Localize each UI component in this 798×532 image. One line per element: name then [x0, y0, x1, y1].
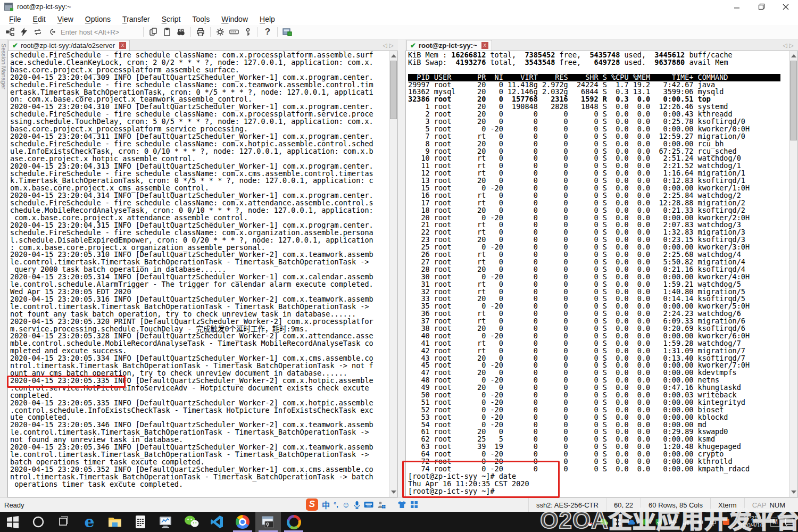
menu-script[interactable]: Script: [156, 15, 187, 23]
toolbar: ?: [0, 25, 798, 39]
pane-splitter[interactable]: [398, 39, 405, 497]
menu-file[interactable]: File: [3, 15, 27, 23]
security-shield-tray-icon[interactable]: [654, 518, 663, 527]
ime-punctuation-icon[interactable]: °,: [334, 501, 338, 509]
left-scrollbar[interactable]: [389, 51, 397, 497]
power-plug-tray-icon[interactable]: [668, 518, 677, 527]
scrollbar-thumb[interactable]: [790, 61, 797, 140]
chrome-icon[interactable]: [230, 512, 255, 532]
toolbar-separator: [190, 27, 191, 37]
paste-icon[interactable]: [160, 26, 174, 38]
menu-bar: FileEditViewOptionsTransferScriptToolsWi…: [0, 13, 798, 25]
onedrive-tray-icon[interactable]: [627, 518, 636, 527]
system-tray: 中 11:21 2020/4/16 M: [585, 512, 798, 532]
wechat-icon[interactable]: [179, 512, 204, 532]
close-tab-icon[interactable]: x: [119, 42, 126, 49]
menu-window[interactable]: Window: [215, 15, 254, 23]
xshell-taskbar-icon[interactable]: [255, 512, 281, 532]
top-terminal[interactable]: KiB Mem : 16266812 total, 7385452 free, …: [405, 51, 798, 497]
performance-monitor-icon[interactable]: [153, 512, 179, 532]
session-manager-label: Session Manager: [1, 44, 7, 89]
close-button[interactable]: [774, 0, 798, 13]
app-launcher-tray-icon[interactable]: [613, 518, 622, 527]
emoji-icon[interactable]: ☺: [342, 500, 350, 509]
start-button[interactable]: [0, 512, 26, 532]
tab-log-session[interactable]: ✔ root@zp-ict-syy:/data/o2server x: [9, 40, 130, 51]
menu-help[interactable]: Help: [254, 15, 281, 23]
menu-view[interactable]: View: [52, 15, 79, 23]
ime-mode-tray-icon[interactable]: 中: [710, 517, 717, 527]
wechat-tray-icon[interactable]: [599, 518, 608, 527]
tab-scroll-arrows[interactable]: ◁▷: [783, 42, 796, 49]
close-tab-icon[interactable]: x: [481, 42, 488, 49]
navicat-icon[interactable]: [281, 512, 306, 532]
sogou-tray-icon[interactable]: [721, 518, 730, 527]
disconnect-icon[interactable]: [45, 26, 59, 38]
volume-tray-icon[interactable]: [696, 518, 705, 527]
windows-taskbar: e 中 11:21 2020/4/16 M O2OA: [0, 512, 798, 532]
restore-button[interactable]: [749, 0, 774, 13]
app-icon: [4, 3, 13, 11]
input-method-bar[interactable]: S 中 °, ☺: [306, 498, 418, 511]
menu-edit[interactable]: Edit: [27, 15, 52, 23]
task-view-button[interactable]: [51, 512, 77, 532]
print-icon[interactable]: [194, 26, 207, 38]
status-encryption: ssh2: AES-256-CTR: [528, 498, 606, 512]
vscode-icon[interactable]: [204, 512, 230, 532]
file-explorer-icon[interactable]: [102, 512, 128, 532]
host-input[interactable]: [61, 27, 140, 37]
skin-toolbox-icon[interactable]: [377, 501, 386, 509]
menu-tools[interactable]: Tools: [187, 15, 216, 23]
edge-icon[interactable]: e: [77, 512, 102, 532]
green-status-tray-icon[interactable]: [641, 518, 650, 527]
ime-language-icon[interactable]: 中: [322, 499, 330, 510]
calculator-icon[interactable]: [128, 512, 153, 532]
qq-tray-icon[interactable]: [585, 518, 594, 527]
right-scrollbar[interactable]: [789, 51, 797, 497]
right-tab-bar: ✔ root@zp-ict-syy:~ x ◁▷: [405, 39, 798, 51]
action-center-icon[interactable]: [785, 518, 794, 527]
clock-date: 2020/4/16: [737, 522, 763, 529]
network-tray-icon[interactable]: [682, 518, 691, 527]
microphone-icon[interactable]: [354, 501, 360, 509]
compose-bar-icon[interactable]: [227, 26, 241, 38]
clock-time: 11:21: [737, 515, 763, 522]
scroll-down-icon[interactable]: [791, 491, 796, 494]
connected-check-icon: ✔: [12, 41, 18, 49]
soft-keyboard-icon[interactable]: [364, 501, 373, 508]
taskbar-clock[interactable]: 11:21 2020/4/16: [735, 515, 766, 529]
sogou-logo-icon[interactable]: S: [306, 498, 318, 511]
tab-top-session[interactable]: ✔ root@zp-ict-syy:~ x: [406, 40, 492, 51]
reconnect-icon[interactable]: [31, 26, 45, 38]
session-manager-strip[interactable]: Session Manager: [0, 39, 7, 497]
xshell-window: root@zp-ict-syy:~ FileEditViewOptionsTra…: [0, 0, 798, 532]
wardrobe-icon[interactable]: [397, 501, 406, 509]
main-area: Session Manager ✔ root@zp-ict-syy:/data/…: [0, 39, 798, 497]
app-grid-icon[interactable]: [410, 501, 418, 509]
ime-language-indicator[interactable]: M: [770, 518, 780, 527]
key-icon[interactable]: [241, 26, 255, 38]
tab-scroll-arrows[interactable]: ◁▷: [383, 42, 396, 49]
help-icon[interactable]: ?: [261, 26, 275, 38]
tab-title: root@zp-ict-syy:/data/o2server: [21, 41, 115, 49]
session-manager-icon[interactable]: [3, 26, 17, 38]
minimize-button[interactable]: [725, 0, 749, 13]
menu-transfer[interactable]: Transfer: [117, 15, 156, 23]
scroll-down-icon[interactable]: [391, 491, 396, 494]
scrollbar-thumb[interactable]: [390, 61, 397, 119]
log-terminal[interactable]: schedule.FireSchedule - fire schedule cl…: [7, 51, 398, 497]
left-tab-bar: ✔ root@zp-ict-syy:/data/o2server x ◁▷: [7, 39, 398, 51]
scroll-up-icon[interactable]: [391, 54, 396, 57]
menu-options[interactable]: Options: [79, 15, 117, 23]
quick-connect-icon[interactable]: [17, 26, 31, 38]
new-file-transfer-icon[interactable]: [280, 26, 294, 38]
scroll-up-icon[interactable]: [791, 54, 796, 57]
log-terminal-output: schedule.FireSchedule - fire schedule cl…: [10, 52, 388, 488]
cortana-button[interactable]: [26, 512, 51, 532]
status-numlock: NUM: [769, 501, 791, 509]
copy-icon[interactable]: [146, 26, 160, 38]
annotation-box-timestamp: [7, 376, 126, 388]
title-bar: root@zp-ict-syy:~: [0, 0, 798, 13]
find-icon[interactable]: [174, 26, 188, 38]
settings-gear-icon[interactable]: [213, 26, 227, 38]
